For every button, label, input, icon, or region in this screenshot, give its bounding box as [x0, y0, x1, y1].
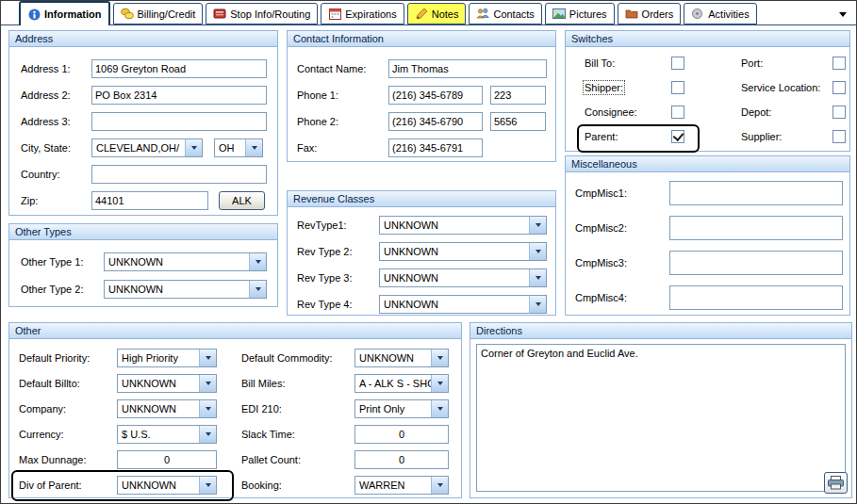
dropdown-arrow-icon[interactable]	[431, 400, 448, 417]
fax-label: Fax:	[297, 142, 388, 154]
tab-information[interactable]: Information	[19, 1, 110, 25]
currency-combo[interactable]: $ U.S.	[117, 425, 217, 444]
company-combo[interactable]: UNKNOWN	[117, 399, 217, 418]
dropdown-arrow-icon[interactable]	[199, 477, 216, 494]
tab-label: Expirations	[345, 8, 396, 20]
tab-orders[interactable]: Orders	[618, 3, 682, 24]
tab-pictures[interactable]: Pictures	[545, 3, 615, 24]
tab-label: Activities	[708, 8, 749, 20]
city-combo[interactable]: CLEVELAND,OH/	[91, 138, 203, 157]
phone-1-input[interactable]	[388, 86, 483, 105]
contact-information-group-header: Contact Information	[288, 31, 555, 47]
tab-expirations[interactable]: Expirations	[321, 3, 404, 24]
cmpmisc-4-input[interactable]	[669, 285, 843, 310]
dropdown-arrow-icon[interactable]	[199, 426, 216, 443]
default-priority-value: High Priority	[118, 352, 199, 364]
dropdown-arrow-icon[interactable]	[249, 281, 266, 298]
alk-button[interactable]: ALK	[219, 191, 265, 210]
dropdown-arrow-icon[interactable]	[245, 139, 262, 156]
disc-icon	[691, 8, 704, 20]
address-2-input[interactable]	[91, 86, 267, 105]
default-commodity-value: UNKNOWN	[355, 352, 431, 364]
other-type-1-combo[interactable]: UNKNOWN	[104, 252, 267, 271]
other-group: Other Default Priority: High Priority De…	[8, 322, 462, 498]
tab-notes[interactable]: Notes	[407, 3, 467, 24]
port-checkbox[interactable]	[832, 57, 846, 70]
depot-checkbox[interactable]	[832, 106, 846, 119]
slack-time-input[interactable]	[354, 425, 449, 444]
address-group-header: Address	[9, 31, 277, 47]
dropdown-arrow-icon[interactable]	[431, 477, 448, 494]
tab-label: Information	[44, 8, 102, 20]
fax-input[interactable]	[388, 138, 483, 157]
dropdown-arrow-icon[interactable]	[529, 243, 546, 260]
directions-group-header: Directions	[470, 323, 851, 339]
bill-miles-combo[interactable]: A - ALK S - SHO	[354, 374, 449, 393]
revtype-2-label: Rev Type 2:	[297, 246, 379, 257]
directions-group: Directions Corner of Greyton and Euclid …	[470, 322, 852, 498]
div-of-parent-combo[interactable]: UNKNOWN	[117, 476, 217, 495]
state-value: OH	[215, 142, 245, 154]
consignee-checkbox[interactable]	[671, 106, 684, 119]
print-button[interactable]	[824, 472, 848, 494]
zip-input[interactable]	[91, 191, 208, 210]
tab-stop-info-routing[interactable]: Stop Info/Routing	[206, 3, 318, 24]
booking-combo[interactable]: WARREN	[354, 476, 449, 495]
tab-activities[interactable]: Activities	[684, 3, 756, 24]
other-type-2-label: Other Type 2:	[21, 284, 104, 295]
tab-overflow-button[interactable]	[837, 9, 849, 19]
phone-2-ext-input[interactable]	[490, 112, 546, 131]
tab-contacts[interactable]: Contacts	[469, 3, 541, 24]
contact-information-group: Contact Information Contact Name: Phone …	[287, 30, 556, 162]
service-location-checkbox[interactable]	[832, 81, 846, 94]
tab-billing-credit[interactable]: Billing/Credit	[113, 3, 204, 24]
cmpmisc-2-input[interactable]	[669, 216, 843, 240]
max-dunnage-input[interactable]	[117, 450, 217, 469]
revtype-2-combo[interactable]: UNKNOWN	[379, 242, 547, 261]
edi-210-combo[interactable]: Print Only	[354, 399, 449, 418]
dropdown-arrow-icon[interactable]	[249, 253, 266, 270]
country-label: Country:	[21, 169, 91, 180]
dropdown-arrow-icon[interactable]	[199, 400, 216, 417]
supplier-checkbox[interactable]	[832, 130, 846, 143]
revtype-3-combo[interactable]: UNKNOWN	[379, 268, 547, 287]
bill-to-checkbox[interactable]	[671, 57, 684, 70]
dropdown-arrow-icon[interactable]	[199, 375, 216, 392]
phone-2-label: Phone 2:	[297, 116, 388, 127]
revtype-4-combo[interactable]: UNKNOWN	[379, 295, 547, 314]
dropdown-arrow-icon[interactable]	[431, 375, 448, 392]
dropdown-arrow-icon[interactable]	[529, 269, 546, 286]
cmpmisc-4-label: CmpMisc4:	[575, 292, 669, 303]
miscellaneous-group-header: Miscellaneous	[566, 156, 849, 172]
tab-label: Notes	[432, 8, 459, 20]
dropdown-arrow-icon[interactable]	[185, 139, 202, 156]
phone-2-input[interactable]	[388, 112, 483, 131]
dropdown-arrow-icon[interactable]	[529, 296, 546, 313]
contact-name-input[interactable]	[388, 59, 547, 78]
port-label: Port:	[741, 57, 763, 69]
booking-value: WARREN	[355, 480, 431, 491]
revtype-1-combo[interactable]: UNKNOWN	[379, 216, 547, 235]
address-3-input[interactable]	[91, 112, 267, 131]
cmpmisc-1-label: CmpMisc1:	[575, 187, 669, 199]
dropdown-arrow-icon[interactable]	[431, 350, 448, 366]
slack-time-label: Slack Time:	[241, 429, 354, 440]
phone-1-ext-input[interactable]	[490, 86, 546, 105]
default-billto-combo[interactable]: UNKNOWN	[117, 374, 217, 393]
address-1-input[interactable]	[91, 59, 267, 78]
default-priority-combo[interactable]: High Priority	[117, 349, 217, 367]
cmpmisc-2-label: CmpMisc2:	[575, 222, 669, 234]
country-input[interactable]	[91, 165, 267, 184]
cmpmisc-1-input[interactable]	[669, 181, 843, 205]
dropdown-arrow-icon[interactable]	[529, 217, 546, 234]
state-combo[interactable]: OH	[214, 138, 263, 157]
default-commodity-combo[interactable]: UNKNOWN	[354, 349, 449, 367]
parent-checkbox[interactable]	[671, 130, 684, 143]
shipper-checkbox[interactable]	[671, 81, 684, 94]
cmpmisc-3-input[interactable]	[669, 251, 843, 275]
other-type-2-combo[interactable]: UNKNOWN	[104, 280, 267, 299]
dropdown-arrow-icon[interactable]	[199, 350, 216, 366]
directions-textarea[interactable]: Corner of Greyton and Euclid Ave.	[476, 344, 846, 492]
div-of-parent-label: Div of Parent:	[19, 480, 117, 491]
pallet-count-input[interactable]	[354, 450, 449, 469]
